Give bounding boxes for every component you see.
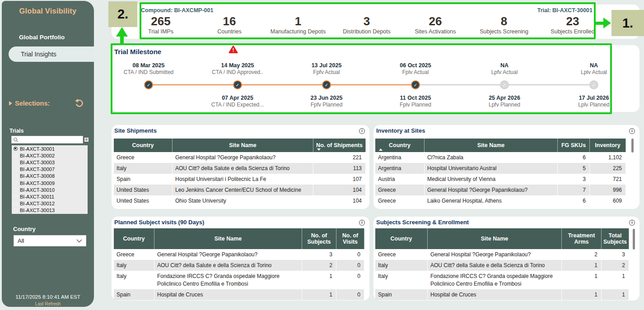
radio-icon[interactable] (14, 181, 18, 185)
trial-list-item[interactable]: BI-AXCT-30003 (12, 159, 88, 166)
table-cell: 1 (562, 289, 602, 300)
milestone-node-done[interactable] (144, 80, 153, 89)
table-cell: Italy (114, 271, 154, 289)
milestone-name: Lplv Planned (551, 102, 637, 108)
inventory-at-sites-title: Inventory at Sites (376, 127, 425, 134)
table-row[interactable]: ItalyAOU Citt? della Salute e della Scie… (375, 260, 629, 271)
table-cell: Hospital Universitari i Politecnic La Fe (173, 174, 313, 185)
trial-list-item[interactable]: BI-AXCT-30010 (12, 186, 88, 193)
info-icon[interactable] (629, 220, 635, 226)
search-icon (13, 137, 19, 143)
radio-icon[interactable] (14, 160, 18, 164)
table-row[interactable]: ItalyAOU Citt? della Salute e della Scie… (114, 163, 366, 174)
table-row[interactable]: AustriaMedical University of Vienna3721 (375, 174, 626, 185)
table-row[interactable]: ArgentinaHospital Universitario Austral5… (375, 163, 626, 174)
warning-icon[interactable] (229, 45, 238, 54)
milestone-date: 23 Jun 2025 (284, 95, 369, 101)
column-header-label: No. of Subjects (304, 232, 334, 245)
radio-icon[interactable] (14, 167, 18, 171)
table-row[interactable]: GreeceGeneral Hospital ?George Papanikol… (375, 249, 629, 260)
radio-icon[interactable] (14, 153, 18, 157)
column-header-label: Site Name (215, 236, 242, 242)
table-row[interactable]: United StatesOhio State University104 (114, 195, 366, 206)
table-row[interactable]: GreeceGeneral Hospital ?George Papanikol… (114, 249, 364, 260)
trial-list-item[interactable]: BI-AXCT-30009 (12, 180, 88, 186)
kpi-item: 8Subjects Screening (470, 14, 538, 38)
table-row[interactable]: United StatesLeo Jenkins Cancer Center/E… (114, 185, 366, 195)
column-header[interactable]: Country (375, 139, 425, 152)
radio-icon[interactable] (14, 174, 18, 178)
column-header[interactable]: Site Name (154, 228, 302, 249)
subjects-screening-title: Subjects Screening & Enrollment (376, 219, 469, 226)
column-header[interactable]: Country (114, 139, 173, 152)
column-header[interactable]: FG SKUs (558, 139, 590, 152)
column-header[interactable]: Total Subjects (602, 228, 629, 249)
table-cell: Greece (375, 195, 425, 206)
radio-selected-icon[interactable] (14, 147, 18, 151)
column-header[interactable]: Site Name (425, 139, 558, 152)
chevron-right-icon[interactable] (9, 101, 12, 106)
column-header[interactable]: Country (375, 228, 428, 249)
column-header-label: Site Name (477, 142, 504, 148)
radio-icon[interactable] (14, 194, 18, 199)
milestone-node-done[interactable] (411, 80, 420, 89)
radio-icon[interactable] (14, 188, 18, 192)
milestone-name: Fpfv Planned (284, 102, 369, 108)
column-header[interactable]: No. of Subjects (302, 228, 336, 249)
radio-icon[interactable] (14, 202, 18, 206)
trial-list-item[interactable]: BI-AXCT-30012 (12, 200, 88, 207)
table-scrollbar[interactable] (633, 229, 635, 250)
info-icon[interactable] (359, 128, 365, 134)
table-cell: 996 (590, 185, 626, 195)
info-icon[interactable] (359, 220, 365, 226)
table-row[interactable]: GreeceGeneral Hospital ?George Papanikol… (114, 152, 366, 163)
table-row[interactable]: SpainHospital Universitari i Politecnic … (114, 174, 366, 185)
column-header[interactable]: Country (114, 228, 154, 249)
clear-filter-button[interactable] (84, 137, 89, 142)
trial-list-item[interactable]: BI-AXCT-30013 (12, 207, 88, 214)
column-header[interactable]: Site Name (428, 228, 562, 249)
trials-search-input[interactable] (19, 137, 83, 143)
column-header[interactable]: Treatment Arms (562, 228, 602, 249)
sort-asc-icon (379, 148, 383, 151)
nav-trial-insights[interactable]: Trial Insights (9, 46, 94, 62)
trials-search-box[interactable] (11, 136, 83, 143)
trial-list-item[interactable]: BI-AXCT-30001 (12, 145, 88, 152)
country-dropdown[interactable]: All (14, 235, 86, 246)
reset-selections-icon[interactable] (74, 98, 84, 108)
trial-list-item[interactable]: BI-AXCT-30008 (12, 173, 88, 180)
table-row[interactable]: ItalyFondazione IRCCS C? Granda ospedale… (375, 271, 629, 289)
table-row[interactable]: SpainHospital de Cruces11 (375, 289, 629, 300)
kpi-label: Countries (195, 28, 264, 35)
milestone-bottom-label: 11 Oct 2025Fplv Planned (373, 95, 458, 108)
nav-global-portfolio[interactable]: Global Portfolio (19, 34, 65, 41)
milestone-node-pending[interactable] (589, 80, 598, 89)
table-row[interactable]: GreeceGeneral Hospital ?George Papanikol… (375, 185, 626, 195)
table-row[interactable]: ArgentinaCl?nica Zabala61,102 (375, 152, 626, 163)
trial-list-item-label: BI-AXCT-30001 (20, 146, 55, 152)
trial-list-item[interactable]: BI-AXCT-30007 (12, 166, 88, 173)
table-row[interactable]: GreeceLaiko General Hospital, Athens6609 (375, 195, 626, 206)
milestone-node-done[interactable] (322, 80, 331, 89)
kpi-label: Distribution Depots (332, 28, 401, 35)
column-header[interactable]: Inventory (590, 139, 626, 152)
milestone-node-pending[interactable] (500, 80, 509, 89)
milestone-node-done[interactable] (233, 80, 242, 89)
column-header[interactable]: No. of Shipments (313, 139, 366, 152)
radio-icon[interactable] (14, 208, 18, 213)
table-scrollbar[interactable] (631, 139, 634, 153)
table-row[interactable]: SpainHospital de Cruces10 (114, 289, 364, 300)
trial-list-item[interactable]: BI-AXCT-30002 (12, 152, 88, 159)
site-shipments-title: Site Shipments (114, 127, 157, 134)
column-header[interactable]: Site Name (173, 139, 313, 152)
column-header[interactable]: No. of Visits (336, 228, 364, 249)
column-header-label: Country (132, 142, 154, 148)
milestone-name: Lpfv Actual (462, 69, 547, 75)
inventory-at-sites-card: Inventory at Sites CountrySite NameFG SK… (373, 125, 639, 209)
table-cell: Cl?nica Zabala (425, 152, 558, 163)
table-row[interactable]: ItalyFondazione IRCCS C? Granda ospedale… (114, 271, 364, 289)
info-icon[interactable] (629, 128, 635, 134)
kpi-label: Trial IMPs (126, 28, 195, 35)
table-row[interactable]: ItalyAOU Citt? della Salute e della Scie… (114, 260, 364, 271)
trial-list-item[interactable]: BI-AXCT-30011 (12, 193, 88, 200)
